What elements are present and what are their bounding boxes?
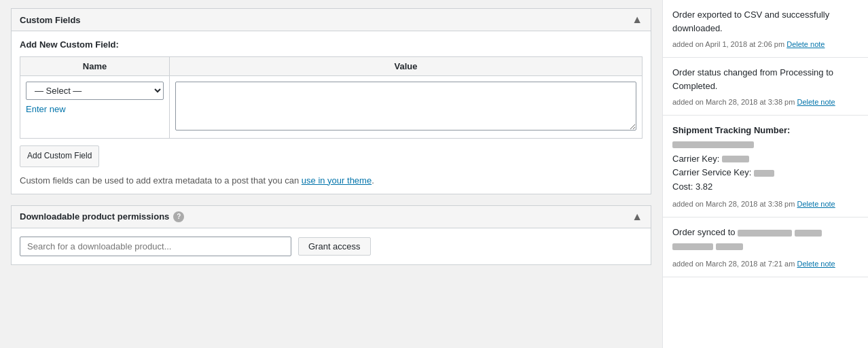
- downloadable-title: Downloadable product permissions: [20, 211, 169, 222]
- custom-field-name-select[interactable]: — Select —: [26, 82, 164, 100]
- name-column-header: Name: [20, 57, 170, 76]
- downloadable-panel: Downloadable product permissions ? ▲ Gra…: [11, 205, 651, 265]
- note-4-meta: added on March 28, 2018 at 7:21 am Delet…: [672, 260, 835, 268]
- download-search-row: Grant access: [20, 237, 643, 256]
- note-3-meta: added on March 28, 2018 at 3:38 pm Delet…: [672, 200, 835, 208]
- note-2-meta: added on March 28, 2018 at 3:38 pm Delet…: [672, 98, 835, 106]
- custom-fields-body: Add New Custom Field: Name Value — Selec…: [12, 31, 651, 194]
- custom-fields-header: Custom Fields ▲: [12, 9, 651, 31]
- sidebar-note-3: Shipment Tracking Number: Carrier Key: C…: [663, 116, 868, 218]
- redacted-sync-3: [672, 243, 713, 250]
- redacted-carrier-key: [722, 156, 749, 162]
- custom-field-value-textarea[interactable]: [175, 82, 636, 130]
- note-4-delete[interactable]: Delete note: [797, 260, 835, 268]
- value-column-header: Value: [170, 57, 643, 76]
- download-search-input[interactable]: [20, 237, 291, 256]
- downloadable-body: Grant access: [12, 228, 651, 264]
- info-text: Custom fields can be used to add extra m…: [20, 175, 643, 186]
- enter-new-link[interactable]: Enter new: [26, 104, 164, 114]
- note-1-delete[interactable]: Delete note: [786, 40, 825, 48]
- custom-fields-toggle[interactable]: ▲: [632, 14, 643, 25]
- custom-fields-title: Custom Fields: [20, 15, 81, 25]
- redacted-sync-1: [738, 230, 792, 237]
- note-4-text: Order synced to: [672, 226, 858, 254]
- custom-fields-panel: Custom Fields ▲ Add New Custom Field: Na…: [11, 8, 651, 194]
- value-cell: [170, 76, 643, 139]
- grant-access-button[interactable]: Grant access: [298, 237, 371, 256]
- add-new-label: Add New Custom Field:: [20, 39, 643, 50]
- redacted-service-key: [754, 170, 774, 177]
- sidebar-note-1: Order exported to CSV and successfully d…: [663, 0, 868, 58]
- redacted-sync-2: [795, 230, 822, 237]
- redacted-tracking: [672, 141, 754, 148]
- sidebar-notes: Order exported to CSV and successfully d…: [662, 0, 868, 348]
- note-2-delete[interactable]: Delete note: [797, 98, 835, 106]
- sidebar-note-4: Order synced to added on March 28, 2018 …: [663, 218, 868, 277]
- note-3-delete[interactable]: Delete note: [797, 200, 835, 208]
- sidebar-note-2: Order status changed from Processing to …: [663, 58, 868, 116]
- redacted-sync-4: [716, 243, 743, 250]
- add-custom-field-button[interactable]: Add Custom Field: [20, 145, 99, 167]
- help-icon[interactable]: ?: [173, 211, 184, 222]
- downloadable-toggle[interactable]: ▲: [632, 211, 643, 222]
- main-content: Custom Fields ▲ Add New Custom Field: Na…: [0, 0, 662, 348]
- downloadable-title-row: Downloadable product permissions ?: [20, 211, 184, 222]
- name-cell: — Select — Enter new: [20, 76, 170, 139]
- note-1-meta: added on April 1, 2018 at 2:06 pm Delete…: [672, 40, 825, 48]
- add-btn-row: Add Custom Field: [20, 145, 643, 167]
- note-1-text: Order exported to CSV and successfully d…: [672, 8, 858, 35]
- use-in-theme-link[interactable]: use in your theme: [302, 175, 372, 186]
- downloadable-header: Downloadable product permissions ? ▲: [12, 206, 651, 228]
- note-2-text: Order status changed from Processing to …: [672, 66, 858, 92]
- custom-fields-table: Name Value — Select — Enter new: [20, 56, 643, 139]
- note-3-text: Shipment Tracking Number: Carrier Key: C…: [672, 124, 858, 194]
